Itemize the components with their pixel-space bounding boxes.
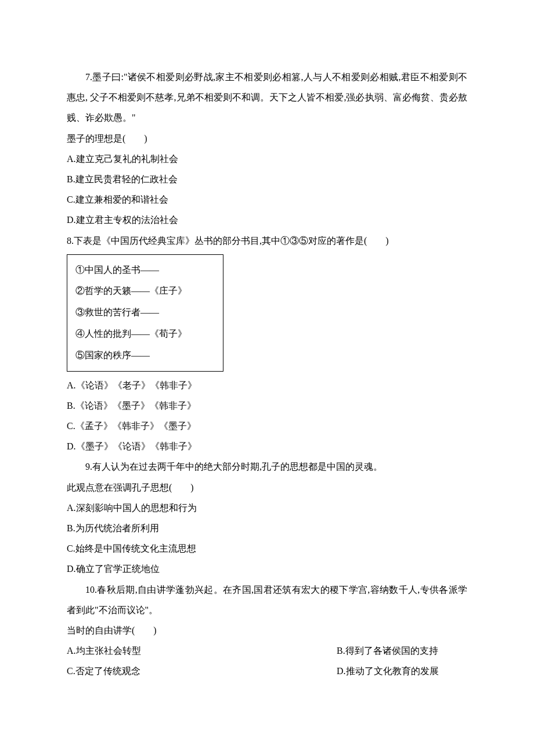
q8-option-a: A.《论语》《老子》《韩非子》 bbox=[67, 375, 467, 395]
q10-row1: A.均主张社会转型 B.得到了各诸侯国的支持 bbox=[67, 640, 467, 661]
q10-option-a: A.均主张社会转型 bbox=[67, 640, 267, 661]
q7-option-a: A.建立克己复礼的礼制社会 bbox=[67, 149, 467, 169]
q9-text: 9.有人认为在过去两千年中的绝大部分时期,孔子的思想都是中国的灵魂。 bbox=[67, 456, 467, 477]
q10-text: 10.春秋后期,自由讲学蓬勃兴起。在齐国,国君还筑有宏大的稷下学宫,容纳数千人,… bbox=[67, 579, 467, 620]
q9-option-d: D.确立了官学正统地位 bbox=[67, 559, 467, 579]
q8-box-line4: ④人性的批判——《荀子》 bbox=[75, 323, 215, 345]
q7-stem: 墨子的理想是( ) bbox=[67, 128, 467, 149]
q7-option-c: C.建立兼相爱的和谐社会 bbox=[67, 189, 467, 210]
q8-box-line5: ⑤国家的秩序—— bbox=[75, 345, 215, 366]
q9-option-a: A.深刻影响中国人的思想和行为 bbox=[67, 498, 467, 518]
q7-option-b: B.建立民贵君轻的仁政社会 bbox=[67, 169, 467, 189]
q10-stem: 当时的自由讲学( ) bbox=[67, 620, 467, 640]
q8-text: 8.下表是《中国历代经典宝库》丛书的部分书目,其中①③⑤对应的著作是( ) bbox=[67, 231, 467, 251]
q7-option-d: D.建立君主专权的法治社会 bbox=[67, 210, 467, 230]
q8-box-line2: ②哲学的天籁——《庄子》 bbox=[75, 280, 215, 302]
q9-option-c: C.始终是中国传统文化主流思想 bbox=[67, 538, 467, 559]
q8-option-c: C.《孟子》《韩非子》《墨子》 bbox=[67, 416, 467, 436]
q8-box-line3: ③救世的苦行者—— bbox=[75, 302, 215, 323]
q7-text: 7.墨子曰:"诸侯不相爱则必野战,家主不相爱则必相篡,人与人不相爱则必相贼,君臣… bbox=[67, 67, 467, 128]
q8-option-b: B.《论语》《墨子》《韩非子》 bbox=[67, 395, 467, 416]
q8-option-d: D.《墨子》《论语》《韩非子》 bbox=[67, 436, 467, 456]
q9-option-b: B.为历代统治者所利用 bbox=[67, 518, 467, 538]
q10-row2: C.否定了传统观念 D.推动了文化教育的发展 bbox=[67, 661, 467, 681]
q9-stem: 此观点意在强调孔子思想( ) bbox=[67, 477, 467, 498]
q10-option-b: B.得到了各诸侯国的支持 bbox=[267, 640, 467, 661]
q8-table-box: ①中国人的圣书—— ②哲学的天籁——《庄子》 ③救世的苦行者—— ④人性的批判—… bbox=[67, 254, 223, 372]
q10-option-c: C.否定了传统观念 bbox=[67, 661, 267, 681]
q10-option-d: D.推动了文化教育的发展 bbox=[267, 661, 467, 681]
q8-box-line1: ①中国人的圣书—— bbox=[75, 260, 215, 281]
